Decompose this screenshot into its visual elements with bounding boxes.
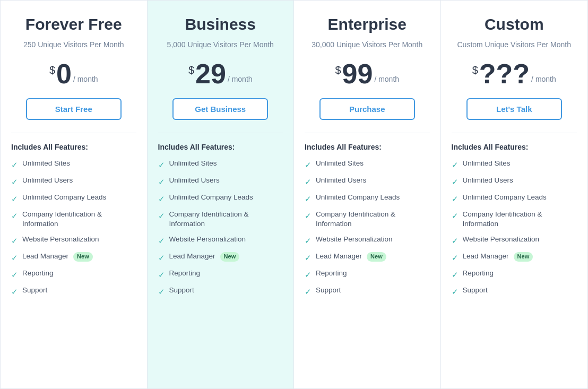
feature-item-business-3: ✓Company Identification & Information bbox=[158, 210, 283, 230]
feature-label-forever-free-1: Unlimited Users bbox=[22, 176, 73, 186]
feature-item-business-2: ✓Unlimited Company Leads bbox=[158, 193, 283, 204]
feature-item-custom-1: ✓Unlimited Users bbox=[452, 176, 577, 187]
feature-label-enterprise-6: Reporting bbox=[316, 269, 347, 279]
checkmark-icon-enterprise-4: ✓ bbox=[305, 235, 312, 246]
feature-item-forever-free-4: ✓Website Personalization bbox=[11, 235, 136, 246]
feature-text-custom-0: Unlimited Sites bbox=[463, 159, 511, 169]
feature-label-forever-free-3: Company Identification & Information bbox=[22, 210, 136, 230]
feature-label-enterprise-3: Company Identification & Information bbox=[316, 210, 430, 230]
feature-item-custom-3: ✓Company Identification & Information bbox=[452, 210, 577, 230]
price-amount-custom: ??? bbox=[479, 60, 530, 88]
feature-label-enterprise-5: Lead Manager bbox=[316, 252, 362, 262]
checkmark-icon-enterprise-1: ✓ bbox=[305, 176, 312, 187]
new-badge-enterprise-5: New bbox=[367, 252, 386, 261]
checkmark-icon-forever-free-7: ✓ bbox=[11, 286, 18, 297]
feature-label-business-0: Unlimited Sites bbox=[169, 159, 217, 169]
feature-item-forever-free-5: ✓Lead ManagerNew bbox=[11, 252, 136, 263]
plan-button-forever-free[interactable]: Start Free bbox=[26, 98, 122, 120]
feature-text-business-5: Lead ManagerNew bbox=[169, 252, 240, 262]
checkmark-icon-forever-free-4: ✓ bbox=[11, 235, 18, 246]
feature-text-enterprise-3: Company Identification & Information bbox=[316, 210, 430, 230]
feature-item-enterprise-6: ✓Reporting bbox=[305, 269, 430, 280]
checkmark-icon-forever-free-5: ✓ bbox=[11, 252, 18, 263]
feature-text-forever-free-1: Unlimited Users bbox=[22, 176, 73, 186]
feature-item-business-1: ✓Unlimited Users bbox=[158, 176, 283, 187]
plan-visitors-business: 5,000 Unique Visitors Per Month bbox=[167, 40, 274, 50]
checkmark-icon-custom-1: ✓ bbox=[452, 176, 459, 187]
plan-button-business[interactable]: Get Business bbox=[172, 98, 268, 120]
price-dollar-forever-free: $ bbox=[49, 64, 55, 76]
feature-label-enterprise-2: Unlimited Company Leads bbox=[316, 193, 400, 203]
feature-item-forever-free-7: ✓Support bbox=[11, 286, 136, 297]
features-section-forever-free: Includes All Features:✓Unlimited Sites✓U… bbox=[11, 143, 136, 303]
feature-label-forever-free-6: Reporting bbox=[22, 269, 54, 279]
price-amount-forever-free: 0 bbox=[56, 60, 72, 88]
plan-visitors-forever-free: 250 Unique Visitors Per Month bbox=[23, 40, 124, 50]
feature-label-custom-0: Unlimited Sites bbox=[463, 159, 511, 169]
feature-item-custom-4: ✓Website Personalization bbox=[452, 235, 577, 246]
new-badge-business-5: New bbox=[220, 252, 240, 261]
plan-price-forever-free: $0/ month bbox=[49, 60, 98, 88]
feature-text-custom-7: Support bbox=[463, 286, 488, 296]
price-period-forever-free: / month bbox=[73, 75, 98, 83]
plan-col-enterprise: Enterprise30,000 Unique Visitors Per Mon… bbox=[294, 1, 441, 388]
feature-item-business-5: ✓Lead ManagerNew bbox=[158, 252, 283, 263]
plan-button-custom[interactable]: Let's Talk bbox=[466, 98, 562, 120]
checkmark-icon-business-2: ✓ bbox=[158, 193, 165, 204]
plan-col-business: Business5,000 Unique Visitors Per Month$… bbox=[148, 1, 295, 388]
checkmark-icon-custom-4: ✓ bbox=[452, 235, 459, 246]
plan-button-enterprise[interactable]: Purchase bbox=[319, 98, 415, 120]
feature-label-forever-free-5: Lead Manager bbox=[22, 252, 68, 262]
feature-item-business-6: ✓Reporting bbox=[158, 269, 283, 280]
feature-label-forever-free-2: Unlimited Company Leads bbox=[22, 193, 106, 203]
feature-label-enterprise-4: Website Personalization bbox=[316, 235, 393, 245]
checkmark-icon-custom-6: ✓ bbox=[452, 269, 459, 280]
feature-label-custom-4: Website Personalization bbox=[463, 235, 540, 245]
feature-item-custom-2: ✓Unlimited Company Leads bbox=[452, 193, 577, 204]
checkmark-icon-enterprise-5: ✓ bbox=[305, 252, 312, 263]
feature-label-business-6: Reporting bbox=[169, 269, 201, 279]
feature-label-enterprise-1: Unlimited Users bbox=[316, 176, 366, 186]
checkmark-icon-enterprise-7: ✓ bbox=[305, 286, 312, 297]
checkmark-icon-custom-2: ✓ bbox=[452, 193, 459, 204]
checkmark-icon-business-7: ✓ bbox=[158, 286, 165, 297]
feature-item-forever-free-3: ✓Company Identification & Information bbox=[11, 210, 136, 230]
feature-text-enterprise-6: Reporting bbox=[316, 269, 347, 279]
features-title-enterprise: Includes All Features: bbox=[305, 143, 430, 151]
features-title-custom: Includes All Features: bbox=[452, 143, 577, 151]
plan-price-business: $29/ month bbox=[188, 60, 253, 88]
feature-text-enterprise-1: Unlimited Users bbox=[316, 176, 366, 186]
feature-text-forever-free-0: Unlimited Sites bbox=[22, 159, 70, 169]
checkmark-icon-enterprise-2: ✓ bbox=[305, 193, 312, 204]
checkmark-icon-forever-free-0: ✓ bbox=[11, 159, 18, 170]
price-amount-business: 29 bbox=[195, 60, 226, 88]
price-dollar-custom: $ bbox=[472, 64, 478, 76]
feature-label-business-5: Lead Manager bbox=[169, 252, 215, 262]
divider-forever-free bbox=[11, 133, 136, 133]
feature-label-forever-free-0: Unlimited Sites bbox=[22, 159, 70, 169]
feature-text-forever-free-6: Reporting bbox=[22, 269, 54, 279]
feature-label-enterprise-7: Support bbox=[316, 286, 341, 296]
feature-label-custom-6: Reporting bbox=[463, 269, 494, 279]
divider-enterprise bbox=[305, 133, 430, 133]
checkmark-icon-forever-free-6: ✓ bbox=[11, 269, 18, 280]
price-dollar-business: $ bbox=[188, 64, 194, 76]
features-section-enterprise: Includes All Features:✓Unlimited Sites✓U… bbox=[305, 143, 430, 303]
feature-text-forever-free-4: Website Personalization bbox=[22, 235, 99, 245]
checkmark-icon-enterprise-3: ✓ bbox=[305, 210, 312, 221]
feature-item-enterprise-4: ✓Website Personalization bbox=[305, 235, 430, 246]
feature-text-business-6: Reporting bbox=[169, 269, 201, 279]
feature-item-enterprise-5: ✓Lead ManagerNew bbox=[305, 252, 430, 263]
plan-col-forever-free: Forever Free250 Unique Visitors Per Mont… bbox=[1, 1, 148, 388]
checkmark-icon-forever-free-2: ✓ bbox=[11, 193, 18, 204]
checkmark-icon-business-1: ✓ bbox=[158, 176, 165, 187]
feature-item-enterprise-0: ✓Unlimited Sites bbox=[305, 159, 430, 170]
feature-label-business-2: Unlimited Company Leads bbox=[169, 193, 253, 203]
features-title-business: Includes All Features: bbox=[158, 143, 283, 151]
plan-price-enterprise: $99/ month bbox=[335, 60, 399, 88]
price-period-business: / month bbox=[228, 75, 253, 83]
feature-item-business-0: ✓Unlimited Sites bbox=[158, 159, 283, 170]
plan-name-business: Business bbox=[185, 15, 256, 33]
feature-label-forever-free-4: Website Personalization bbox=[22, 235, 99, 245]
feature-text-forever-free-3: Company Identification & Information bbox=[22, 210, 136, 230]
